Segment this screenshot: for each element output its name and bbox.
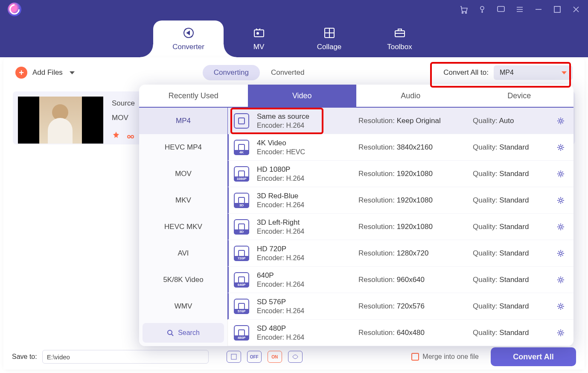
gear-icon[interactable]	[556, 302, 565, 311]
checkbox-icon	[411, 353, 419, 361]
gear-icon[interactable]	[556, 249, 565, 258]
preset-row[interactable]: 3D3D Red-BlueEncoder: H.264Resolution: 1…	[228, 187, 573, 214]
gear-icon[interactable]	[556, 170, 565, 178]
preset-encoder: Encoder: H.264	[257, 201, 351, 209]
format-dropdown[interactable]: MP4	[494, 65, 573, 80]
format-item[interactable]: 5K/8K Video	[139, 267, 227, 293]
svg-rect-24	[239, 250, 245, 256]
svg-point-17	[559, 146, 562, 149]
chevron-down-icon	[70, 71, 75, 74]
svg-point-19	[559, 173, 562, 175]
gpu-on-toggle[interactable]	[268, 351, 282, 363]
preset-encoder: Encoder: H.264	[257, 122, 351, 129]
tab-device[interactable]: Device	[465, 85, 574, 107]
preset-quality: Quality: Standard	[473, 223, 549, 231]
gear-icon[interactable]	[556, 276, 565, 284]
svg-point-23	[559, 226, 562, 228]
tab-converter[interactable]: Converter	[153, 21, 224, 57]
preset-resolution: Resolution: 960x640	[358, 276, 465, 284]
gear-icon[interactable]	[556, 329, 565, 337]
tab-converted[interactable]: Converted	[260, 65, 315, 80]
preset-row[interactable]: 480PSD 480PEncoder: H.264Resolution: 640…	[228, 320, 573, 346]
main-nav: Converter MV Collage Toolbox	[0, 19, 588, 57]
save-path-input[interactable]	[42, 350, 209, 364]
format-item[interactable]: MP4	[139, 108, 227, 134]
preset-row[interactable]: 3D3D Left-RightEncoder: H.264Resolution:…	[228, 214, 573, 240]
preset-name-col: HD 720PEncoder: H.264	[257, 245, 351, 262]
preset-icon: 640P	[234, 272, 249, 288]
preset-encoder: Encoder: H.264	[257, 254, 351, 262]
format-item[interactable]: MOV	[139, 161, 227, 187]
tab-converting[interactable]: Converting	[203, 65, 260, 80]
tab-label: Converter	[172, 43, 204, 51]
preset-row[interactable]: 640P640PEncoder: H.264Resolution: 960x64…	[228, 267, 573, 293]
file-format: MOV	[112, 114, 128, 122]
merge-checkbox[interactable]: Merge into one file	[411, 353, 479, 361]
tab-audio[interactable]: Audio	[356, 85, 465, 107]
add-files-label: Add Files	[32, 68, 63, 77]
svg-point-11	[131, 135, 134, 138]
format-item[interactable]: HEVC MP4	[139, 134, 227, 161]
tab-video[interactable]: Video	[248, 85, 357, 107]
svg-rect-3	[498, 6, 504, 12]
format-item[interactable]: HEVC MKV	[139, 214, 227, 240]
close-icon[interactable]	[572, 5, 580, 14]
preset-row[interactable]: 576PSD 576PEncoder: H.264Resolution: 720…	[228, 293, 573, 320]
preset-quality: Quality: Standard	[473, 196, 549, 205]
feedback-icon[interactable]	[497, 5, 505, 14]
toggle-1[interactable]	[227, 351, 241, 363]
effects-icon[interactable]	[112, 131, 120, 139]
video-thumbnail[interactable]	[18, 97, 103, 144]
tab-recently-used[interactable]: Recently Used	[139, 85, 248, 107]
preset-row[interactable]: 720PHD 720PEncoder: H.264Resolution: 128…	[228, 240, 573, 267]
cut-icon[interactable]	[126, 131, 135, 139]
format-popup: Recently Used Video Audio Device MP4HEVC…	[139, 85, 573, 346]
gear-icon[interactable]	[556, 196, 565, 205]
tab-label: Collage	[317, 43, 342, 51]
preset-row[interactable]: Same as sourceEncoder: H.264Resolution: …	[228, 108, 573, 134]
preset-icon: 576P	[234, 299, 249, 314]
preset-resolution: Resolution: 1920x1080	[358, 170, 465, 178]
add-files-button[interactable]: + Add Files	[15, 67, 75, 79]
gear-icon[interactable]	[556, 223, 565, 231]
preset-encoder: Encoder: HEVC	[257, 148, 351, 156]
file-action-icons	[112, 131, 135, 139]
svg-rect-22	[239, 224, 245, 230]
mv-icon	[253, 26, 265, 39]
preset-icon: 720P	[234, 246, 249, 261]
preset-icon: 3D	[234, 193, 249, 208]
format-sidebar: MP4HEVC MP4MOVMKVHEVC MKVAVI5K/8K VideoW…	[139, 108, 228, 346]
tab-toolbox[interactable]: Toolbox	[364, 21, 435, 57]
gpu-off-toggle[interactable]	[247, 351, 262, 363]
minimize-icon[interactable]	[534, 5, 543, 14]
format-item[interactable]: MKV	[139, 187, 227, 214]
format-item[interactable]: AVI	[139, 240, 227, 267]
preset-row[interactable]: 4K4K VideoEncoder: HEVCResolution: 3840x…	[228, 134, 573, 161]
preset-quality: Quality: Standard	[473, 329, 549, 337]
svg-point-27	[559, 279, 562, 281]
convert-all-button[interactable]: Convert All	[491, 347, 576, 366]
toolbox-icon	[393, 26, 406, 39]
preset-row[interactable]: 1080PHD 1080PEncoder: H.264Resolution: 1…	[228, 161, 573, 187]
search-label: Search	[178, 329, 200, 337]
preset-icon: 480P	[234, 325, 249, 341]
preset-encoder: Encoder: H.264	[257, 228, 351, 235]
maximize-icon[interactable]	[553, 5, 562, 14]
tab-label: Toolbox	[387, 43, 412, 51]
cart-icon[interactable]	[459, 5, 468, 14]
format-item[interactable]: WMV	[139, 293, 227, 320]
preset-title: 4K Video	[257, 139, 351, 147]
gear-icon[interactable]	[556, 117, 565, 125]
tab-collage[interactable]: Collage	[294, 21, 364, 57]
preset-title: HD 720P	[257, 245, 351, 253]
gear-icon[interactable]	[556, 143, 565, 152]
preset-encoder: Encoder: H.264	[257, 175, 351, 182]
key-icon[interactable]	[478, 5, 486, 14]
tab-label: MV	[253, 43, 265, 51]
toggle-4[interactable]	[288, 351, 303, 363]
search-button[interactable]: Search	[143, 323, 224, 343]
menu-icon[interactable]	[515, 5, 524, 14]
svg-point-0	[462, 12, 463, 14]
svg-rect-16	[239, 144, 245, 150]
preset-encoder: Encoder: H.264	[257, 334, 351, 341]
